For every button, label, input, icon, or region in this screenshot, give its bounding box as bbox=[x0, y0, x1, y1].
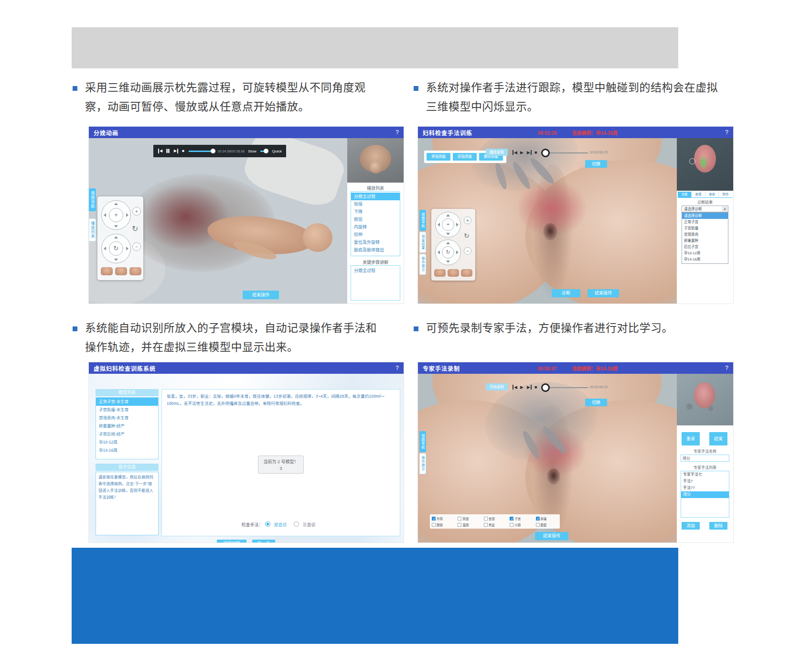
play-icon[interactable]: ▶ bbox=[520, 385, 524, 390]
structure-toggle[interactable]: 子宫 bbox=[508, 515, 534, 521]
expert-name-input[interactable] bbox=[681, 455, 729, 462]
model-list-item[interactable]: 子宫后倾-经产 bbox=[96, 430, 158, 438]
help-icon[interactable]: ? bbox=[395, 365, 399, 371]
stop-icon[interactable]: ■ bbox=[534, 385, 537, 390]
previous-icon[interactable]: ◀ bbox=[158, 149, 162, 153]
switch-view-button[interactable]: 切换 bbox=[585, 399, 607, 406]
zoom-out-button[interactable]: − bbox=[464, 247, 471, 255]
zoom-out-button[interactable]: − bbox=[132, 242, 141, 251]
end-operation-button[interactable]: 结束操作 bbox=[588, 289, 619, 297]
help-icon[interactable]: ? bbox=[725, 365, 728, 371]
checkbox-icon[interactable] bbox=[484, 517, 488, 521]
arrow-up-icon[interactable] bbox=[446, 214, 450, 217]
tab-cervix[interactable]: 宫颈 bbox=[692, 192, 705, 197]
progress-bar[interactable] bbox=[189, 151, 214, 152]
view-preset-thumb[interactable] bbox=[461, 269, 472, 277]
next-icon[interactable]: ▶ bbox=[527, 150, 532, 155]
finish-button[interactable]: 结束 bbox=[709, 432, 727, 445]
model-list-item[interactable]: 正常子宫-未生育 bbox=[96, 398, 158, 406]
pan-dpad[interactable]: + bbox=[435, 212, 461, 238]
structure-toggle[interactable]: 小肠 bbox=[508, 521, 534, 528]
vaginal-opening[interactable] bbox=[547, 468, 560, 485]
model-list-item[interactable]: 宫颈息肉-未生育 bbox=[96, 414, 158, 422]
arrow-left-icon[interactable] bbox=[438, 223, 440, 227]
keysteps-item[interactable]: 分娩全过程 bbox=[351, 267, 400, 274]
end-operation-button[interactable]: 结束操作 bbox=[243, 291, 279, 299]
seek-knob[interactable] bbox=[541, 149, 550, 157]
checkbox-icon[interactable] bbox=[536, 523, 540, 527]
arrow-right-icon[interactable] bbox=[126, 247, 128, 250]
tab-playlist[interactable]: 播放列表 bbox=[89, 218, 96, 241]
rerecord-button[interactable]: 重录 bbox=[682, 432, 700, 445]
move-icon[interactable]: + bbox=[442, 218, 454, 231]
structure-toggle[interactable]: 腹壁 bbox=[534, 521, 560, 528]
arrow-right-icon[interactable] bbox=[126, 213, 128, 217]
radio-trimanual[interactable] bbox=[294, 521, 299, 527]
next-icon[interactable]: ▶ bbox=[527, 385, 532, 390]
double-finger-measure-button[interactable]: 双指测量 bbox=[453, 153, 477, 161]
checkbox-icon[interactable] bbox=[432, 517, 436, 521]
help-icon[interactable]: ? bbox=[395, 129, 399, 136]
checkbox-icon[interactable] bbox=[484, 523, 488, 527]
diagnosis-option[interactable]: 卵巢囊肿 bbox=[682, 238, 728, 244]
structure-toggle[interactable]: 膀胱 bbox=[430, 521, 456, 528]
rotate-dpad[interactable]: ↻ bbox=[101, 234, 131, 263]
structure-toggle[interactable]: 直肠 bbox=[456, 521, 481, 528]
rotate-dpad[interactable]: ↻ bbox=[435, 239, 461, 265]
seek-line[interactable] bbox=[550, 387, 588, 388]
playlist-item[interactable]: 胎肩及胎体娩出 bbox=[351, 246, 400, 254]
arrow-right-icon[interactable] bbox=[456, 250, 459, 254]
add-button[interactable]: 添加 bbox=[682, 522, 700, 530]
playlist-item[interactable]: 仰伸 bbox=[351, 231, 400, 239]
flash-view-thumbnail[interactable] bbox=[677, 138, 733, 191]
checkbox-icon[interactable] bbox=[536, 517, 540, 521]
arrow-up-icon[interactable] bbox=[114, 203, 118, 205]
stop-icon[interactable]: ■ bbox=[534, 150, 537, 155]
arrow-up-icon[interactable] bbox=[114, 236, 118, 239]
arrow-down-icon[interactable] bbox=[114, 225, 118, 228]
help-icon[interactable]: ? bbox=[725, 129, 728, 136]
radio-bimanual[interactable] bbox=[265, 521, 270, 527]
previous-icon[interactable]: ◀ bbox=[513, 150, 517, 155]
view-preset-thumb[interactable] bbox=[101, 267, 113, 275]
reset-view-button[interactable]: ↻ bbox=[132, 224, 138, 233]
playlist-item[interactable]: 衔接 bbox=[351, 200, 400, 208]
diagnose-button[interactable]: 诊断 bbox=[552, 289, 580, 297]
speed-slider[interactable] bbox=[260, 151, 268, 152]
single-finger-measure-button[interactable]: 单指测量 bbox=[427, 153, 450, 161]
checkbox-icon[interactable] bbox=[510, 523, 513, 527]
back-to-cover-button[interactable]: 返回封面 bbox=[217, 540, 246, 542]
expert-list-item[interactable]: 得分 bbox=[681, 491, 729, 498]
playlist-item[interactable]: 下降 bbox=[351, 208, 400, 216]
secondary-view-thumbnail[interactable] bbox=[347, 138, 404, 183]
fetus-head[interactable] bbox=[303, 223, 332, 252]
rotate-icon[interactable]: ↻ bbox=[109, 241, 123, 256]
checkbox-icon[interactable] bbox=[510, 517, 513, 521]
tab-adnexa[interactable]: 附件 bbox=[719, 192, 732, 197]
rotate-icon[interactable]: ↻ bbox=[442, 246, 454, 259]
model-list-item[interactable]: 孕14-16周 bbox=[96, 446, 158, 455]
switch-view-button[interactable]: 切换 bbox=[585, 160, 607, 168]
playlist-item[interactable]: 复位及外旋转 bbox=[351, 239, 400, 246]
arrow-left-icon[interactable] bbox=[104, 213, 106, 217]
zoom-in-button[interactable]: + bbox=[132, 207, 141, 216]
chevron-down-icon[interactable]: ▼ bbox=[722, 206, 727, 211]
arrow-up-icon[interactable] bbox=[446, 242, 450, 244]
start-record-button[interactable]: 开始录制 bbox=[486, 383, 508, 391]
diagnosis-option[interactable]: 孕14-16周 bbox=[682, 256, 728, 262]
diagnosis-option[interactable]: 孕10-12周 bbox=[682, 250, 728, 256]
tab-view-navigation[interactable]: 视图导航 bbox=[419, 431, 426, 452]
seek-knob[interactable] bbox=[541, 383, 550, 392]
arrow-left-icon[interactable] bbox=[104, 247, 106, 250]
tab-corpus[interactable]: 宫体 bbox=[705, 192, 719, 197]
next-icon[interactable]: ▶ bbox=[174, 149, 178, 153]
expert-list-item[interactable]: 手法77 bbox=[681, 485, 729, 491]
structure-toggle[interactable]: 宫颈 bbox=[482, 515, 508, 521]
tab-diagnosis[interactable]: 诊断 bbox=[678, 192, 692, 197]
arrow-down-icon[interactable] bbox=[446, 260, 450, 263]
model-list-item[interactable]: 孕10-12周 bbox=[96, 438, 158, 446]
structure-toggle[interactable]: 外阴 bbox=[430, 515, 456, 521]
tab-operation-tips[interactable]: 操作提示 bbox=[419, 453, 426, 474]
diagnosis-option[interactable]: 请选择诊断 bbox=[682, 213, 728, 219]
checkbox-icon[interactable] bbox=[458, 523, 461, 527]
